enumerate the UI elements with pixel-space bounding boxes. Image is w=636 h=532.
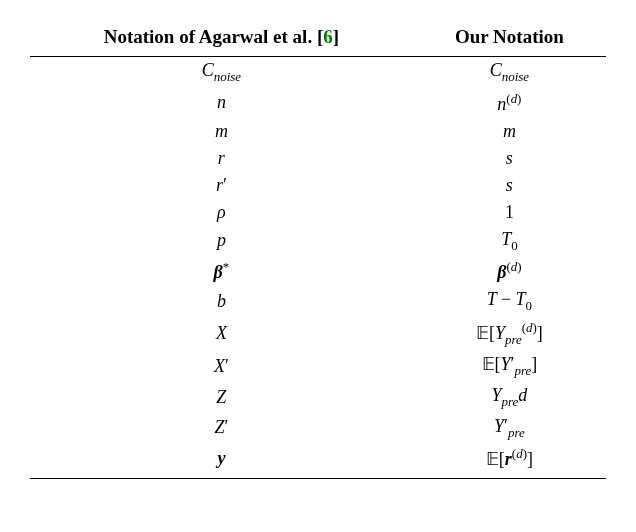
cell-right: T − T0: [413, 286, 606, 317]
table-row: y𝔼[r(d)]: [30, 443, 606, 479]
cell-right: 𝔼[Ypre(d)]: [413, 317, 606, 351]
cell-left: Z′: [30, 413, 413, 444]
header-col-1-text: Notation of Agarwal et al.: [104, 26, 317, 47]
cell-left: y: [30, 443, 413, 479]
cell-left: n: [30, 88, 413, 118]
cell-left: b: [30, 286, 413, 317]
table-row: r′s: [30, 172, 606, 199]
cell-right: n(d): [413, 88, 606, 118]
table-row: mm: [30, 118, 606, 145]
table-body: CnoiseCnoisenn(d)mmrsr′sρ1pT0β*β(d)bT − …: [30, 57, 606, 479]
table-row: CnoiseCnoise: [30, 57, 606, 88]
table-row: nn(d): [30, 88, 606, 118]
cell-left: β*: [30, 256, 413, 286]
cell-right: Y′pre: [413, 413, 606, 444]
table-row: bT − T0: [30, 286, 606, 317]
cell-left: X: [30, 317, 413, 351]
cell-right: β(d): [413, 256, 606, 286]
header-row: Notation of Agarwal et al. [6] Our Notat…: [30, 20, 606, 57]
cell-right: s: [413, 172, 606, 199]
cell-right: T0: [413, 226, 606, 257]
cell-right: 𝔼[r(d)]: [413, 443, 606, 479]
cell-left: X′: [30, 350, 413, 382]
table-row: Z′Y′pre: [30, 413, 606, 444]
cell-left: ρ: [30, 199, 413, 226]
header-col-2: Our Notation: [413, 20, 606, 57]
cell-right: m: [413, 118, 606, 145]
cell-right: Ypred: [413, 382, 606, 413]
table-row: X𝔼[Ypre(d)]: [30, 317, 606, 351]
table-row: pT0: [30, 226, 606, 257]
notation-table: Notation of Agarwal et al. [6] Our Notat…: [30, 20, 606, 479]
header-col-1: Notation of Agarwal et al. [6]: [30, 20, 413, 57]
table-row: β*β(d): [30, 256, 606, 286]
cell-right: 𝔼[Y′pre]: [413, 350, 606, 382]
cell-left: m: [30, 118, 413, 145]
cell-right: 1: [413, 199, 606, 226]
table-row: rs: [30, 145, 606, 172]
cell-right: Cnoise: [413, 57, 606, 88]
cell-left: r: [30, 145, 413, 172]
table-row: X′𝔼[Y′pre]: [30, 350, 606, 382]
citation-number: 6: [323, 26, 333, 47]
cell-left: r′: [30, 172, 413, 199]
cell-left: Cnoise: [30, 57, 413, 88]
table-row: ρ1: [30, 199, 606, 226]
table-row: ZYpred: [30, 382, 606, 413]
cell-right: s: [413, 145, 606, 172]
cell-left: p: [30, 226, 413, 257]
cell-left: Z: [30, 382, 413, 413]
cite-close: ]: [333, 26, 339, 47]
